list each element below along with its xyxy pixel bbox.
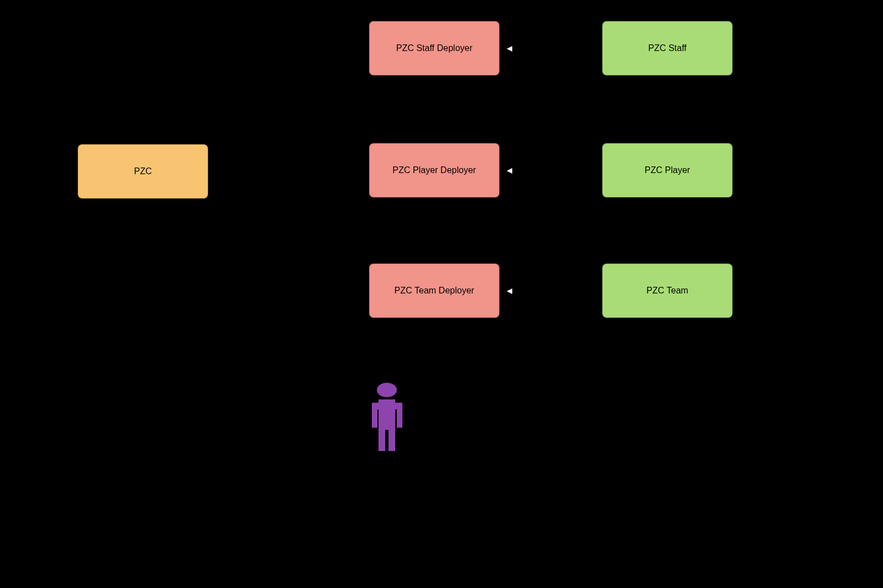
node-player: PZC Player xyxy=(602,143,733,197)
svg-rect-6 xyxy=(388,429,395,451)
arrow-staff-to-deployer xyxy=(507,46,512,52)
node-player-deployer: PZC Player Deployer xyxy=(369,143,499,197)
arrow-team-to-deployer xyxy=(507,288,512,294)
node-team-label: PZC Team xyxy=(647,286,688,296)
node-player-label: PZC Player xyxy=(645,165,690,175)
node-staff-deployer-label: PZC Staff Deployer xyxy=(396,43,473,53)
arrow-player-to-deployer xyxy=(507,168,512,174)
node-pzc: PZC xyxy=(78,144,208,199)
human-actor-icon xyxy=(369,382,405,454)
node-staff: PZC Staff xyxy=(602,21,733,75)
node-team-deployer: PZC Team Deployer xyxy=(369,263,499,318)
svg-rect-3 xyxy=(372,403,377,428)
node-team-deployer-label: PZC Team Deployer xyxy=(395,286,475,296)
svg-rect-5 xyxy=(379,429,385,451)
svg-rect-4 xyxy=(397,403,402,428)
node-team: PZC Team xyxy=(602,263,733,318)
node-pzc-label: PZC xyxy=(134,166,152,176)
node-staff-deployer: PZC Staff Deployer xyxy=(369,21,499,75)
svg-point-0 xyxy=(377,383,397,397)
node-player-deployer-label: PZC Player Deployer xyxy=(392,165,476,175)
node-staff-label: PZC Staff xyxy=(648,43,687,53)
